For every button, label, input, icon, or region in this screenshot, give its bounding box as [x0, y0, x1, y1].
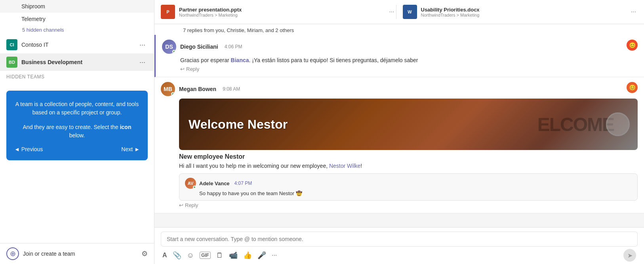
file-info-pptx: Partner presentation.pptx NorthwindTrade… — [179, 7, 383, 17]
sidebar-item-label: Shiproom — [21, 3, 148, 9]
reply-button-megan[interactable]: ↩ Reply — [161, 201, 198, 208]
reaction-button-megan[interactable]: 😊 — [627, 82, 638, 93]
reply-arrow-icon2: ↩ — [179, 202, 183, 208]
msg-time-diego: 4:06 PM — [225, 44, 242, 49]
message-header-diego: DS Diego Siciliani 4:06 PM — [162, 40, 638, 54]
sender-name-adele: Adele Vance — [199, 180, 230, 186]
welcome-banner: Welcome Nestor ELCOME — [179, 99, 638, 150]
msg-text-diego: Gracias por esperar Bianca. ¡Ya están li… — [162, 56, 638, 65]
send-icon: ➤ — [627, 252, 633, 259]
reply-label-megan: Reply — [185, 202, 198, 208]
docx-path: NorthwindTraders > Marketing — [421, 13, 625, 17]
team-menu-contoso[interactable]: ··· — [137, 40, 148, 50]
sidebar-item-telemetry[interactable]: Telemetry — [0, 13, 154, 25]
post-text: Hi all I want you to help me in welcomin… — [179, 162, 638, 170]
banner-decoration — [606, 112, 630, 136]
prev-arrow-icon: ◄ — [14, 146, 20, 152]
hidden-channels-link[interactable]: 5 hidden channels — [0, 25, 154, 36]
pptx-menu-dots[interactable]: ··· — [387, 7, 396, 17]
compose-toolbar: A 📎 ☺ GIF 🗒 📹 👍 🎤 ··· ➤ — [161, 247, 638, 262]
online-status-diego — [172, 50, 176, 53]
nested-reply-header: AV Adele Vance 4:07 PM — [185, 178, 632, 189]
messages-area: P Partner presentation.pptx NorthwindTra… — [154, 0, 644, 227]
emoji-icon[interactable]: ☺ — [187, 251, 194, 260]
docx-icon: W — [403, 5, 417, 19]
post-content: New employee Nestor Hi all I want you to… — [161, 153, 638, 170]
tooltip-prev-button[interactable]: ◄ Previous — [14, 146, 43, 152]
sender-name-diego: Diego Siciliani — [180, 44, 218, 50]
team-icon-business-dev: BD — [6, 57, 17, 68]
avatar-diego: DS — [162, 40, 176, 54]
nested-reply-text-adele: So happy to have you on the team Nestor … — [185, 190, 632, 196]
reaction-button-diego[interactable]: 😊 — [627, 40, 638, 51]
reply-arrow-icon: ↩ — [180, 66, 185, 72]
join-team-label[interactable]: Join or create a team — [23, 251, 141, 257]
tooltip-line1: A team is a collection of people, conten… — [14, 100, 140, 117]
pptx-icon: P — [161, 5, 175, 19]
msg-time-adele: 4:07 PM — [234, 180, 252, 186]
pptx-name: Partner presentation.pptx — [179, 7, 383, 13]
team-icon-contoso: CI — [6, 39, 17, 50]
sticker-icon[interactable]: 🗒 — [216, 251, 223, 260]
docx-menu-dots[interactable]: ··· — [629, 7, 638, 17]
reply-label-diego: Reply — [186, 66, 199, 72]
meet-icon[interactable]: 📹 — [229, 251, 238, 260]
message-megan: 😊 MB Megan Bowen 9:08 AM Welcome Nestor … — [154, 77, 644, 213]
tooltip-box: A team is a collection of people, conten… — [6, 91, 148, 160]
settings-gear-icon[interactable]: ⚙ — [141, 249, 148, 258]
main-content: P Partner presentation.pptx NorthwindTra… — [154, 0, 644, 264]
file-cards-row: P Partner presentation.pptx NorthwindTra… — [154, 0, 644, 24]
more-options-icon[interactable]: ··· — [272, 252, 277, 259]
file-info-docx: Usability Priorities.docx NorthwindTrade… — [421, 7, 625, 17]
file-card-pptx[interactable]: P Partner presentation.pptx NorthwindTra… — [161, 5, 396, 19]
next-arrow-icon: ► — [134, 146, 140, 152]
docx-name: Usability Priorities.docx — [421, 7, 625, 13]
online-status-adele — [193, 186, 196, 189]
join-team-icon[interactable]: ⊕ — [6, 247, 19, 260]
reply-count: 7 replies from you, Christie, Miriam, an… — [154, 24, 644, 35]
avatar-megan: MB — [161, 82, 175, 96]
avatar-adele: AV — [185, 178, 196, 189]
team-menu-business-dev[interactable]: ··· — [137, 57, 148, 67]
format-icon[interactable]: A — [162, 252, 167, 259]
send-button[interactable]: ➤ — [623, 249, 636, 262]
compose-bar: A 📎 ☺ GIF 🗒 📹 👍 🎤 ··· ➤ — [154, 227, 644, 264]
msg-time-megan: 9:08 AM — [223, 86, 240, 92]
tooltip-nav: ◄ Previous Next ► — [14, 146, 140, 152]
team-label-business-dev: Business Development — [21, 59, 137, 65]
nested-reply-adele: AV Adele Vance 4:07 PM So happy to have … — [179, 173, 638, 201]
like-icon[interactable]: 👍 — [243, 251, 252, 260]
message-header-megan: MB Megan Bowen 9:08 AM — [161, 82, 638, 96]
team-label-contoso: Contoso IT — [21, 42, 137, 48]
attach-icon[interactable]: 📎 — [173, 251, 181, 260]
sidebar-bottom: ⊕ Join or create a team ⚙ — [0, 243, 154, 264]
sidebar-item-label: Telemetry — [21, 16, 148, 22]
compose-input[interactable] — [161, 232, 638, 247]
file-card-docx[interactable]: W Usability Priorities.docx NorthwindTra… — [396, 5, 638, 19]
welcome-bg-text: ELCOME — [537, 114, 614, 135]
post-title: New employee Nestor — [179, 153, 638, 160]
sidebar-item-contoso-it[interactable]: CI Contoso IT ··· — [0, 36, 154, 53]
tooltip-line2-end: below. — [69, 132, 85, 139]
hidden-teams-label: Hidden teams — [0, 71, 154, 83]
sender-name-megan: Megan Bowen — [179, 86, 216, 92]
mic-icon[interactable]: 🎤 — [257, 251, 266, 260]
message-diego: 😊 DS Diego Siciliani 4:06 PM Gracias por… — [154, 35, 644, 77]
online-status-megan — [171, 92, 175, 96]
prev-label: Previous — [21, 146, 43, 152]
gif-icon[interactable]: GIF — [200, 252, 211, 259]
reply-button-diego[interactable]: ↩ Reply — [162, 65, 199, 72]
sidebar-item-shiproom[interactable]: Shiproom — [0, 0, 154, 13]
tooltip-next-button[interactable]: Next ► — [121, 146, 140, 152]
tooltip-line2-bold: icon — [120, 124, 131, 130]
sidebar: Shiproom Telemetry 5 hidden channels CI … — [0, 0, 154, 264]
tooltip-line2-before: And they are easy to create. Select the — [23, 124, 118, 130]
welcome-title: Welcome Nestor — [189, 117, 288, 132]
pptx-path: NorthwindTraders > Marketing — [179, 13, 383, 17]
sidebar-item-business-dev[interactable]: BD Business Development ··· — [0, 53, 154, 71]
next-label: Next — [121, 146, 133, 152]
